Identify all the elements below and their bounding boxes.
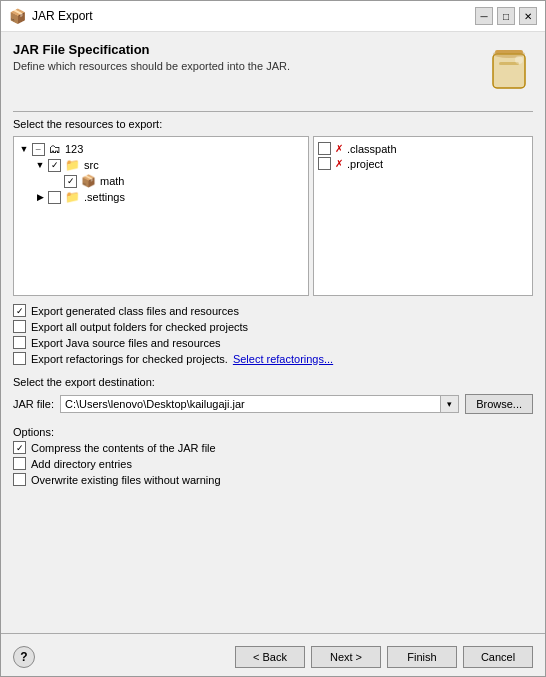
label-compress: Compress the contents of the JAR file <box>31 442 216 454</box>
next-button[interactable]: Next > <box>311 646 381 668</box>
checkbox-export-class[interactable] <box>13 304 26 317</box>
browse-button[interactable]: Browse... <box>465 394 533 414</box>
checkbox-root[interactable] <box>32 143 45 156</box>
footer: ? < Back Next > Finish Cancel <box>1 642 545 676</box>
option-row-export-class: Export generated class files and resourc… <box>13 304 533 317</box>
title-bar-controls: ─ □ ✕ <box>475 7 537 25</box>
expander-src[interactable]: ▼ <box>34 159 46 171</box>
jar-illustration <box>485 42 533 97</box>
option-row-add-dir: Add directory entries <box>13 457 533 470</box>
checkbox-export-output[interactable] <box>13 320 26 333</box>
tree-item-project[interactable]: ✗ .project <box>318 156 528 171</box>
header-text: JAR File Specification Define which reso… <box>13 42 475 72</box>
label-export-output: Export all output folders for checked pr… <box>31 321 248 333</box>
window-title: JAR Export <box>32 9 93 23</box>
checkbox-classpath[interactable] <box>318 142 331 155</box>
maximize-button[interactable]: □ <box>497 7 515 25</box>
close-button[interactable]: ✕ <box>519 7 537 25</box>
checkbox-src[interactable] <box>48 159 61 172</box>
options-label: Options: <box>13 426 533 438</box>
destination-section: Select the export destination: JAR file:… <box>13 376 533 418</box>
tree-label-math: math <box>100 175 124 187</box>
tree-label-src: src <box>84 159 99 171</box>
tree-item-math[interactable]: 📦 math <box>50 173 304 189</box>
checkbox-overwrite[interactable] <box>13 473 26 486</box>
checkbox-project[interactable] <box>318 157 331 170</box>
checkbox-settings[interactable] <box>48 191 61 204</box>
label-export-refactor: Export refactorings for checked projects… <box>31 353 228 365</box>
label-add-dir: Add directory entries <box>31 458 132 470</box>
expander-settings[interactable]: ▶ <box>34 191 46 203</box>
main-content: JAR File Specification Define which reso… <box>1 32 545 625</box>
folder-icon-settings: 📁 <box>65 190 80 204</box>
checkbox-export-refactor[interactable] <box>13 352 26 365</box>
option-row-export-refactor: Export refactorings for checked projects… <box>13 352 533 365</box>
destination-label: Select the export destination: <box>13 376 533 388</box>
folder-icon-src: 📁 <box>65 158 80 172</box>
tree-item-settings[interactable]: ▶ 📁 .settings <box>34 189 304 205</box>
checkbox-export-java[interactable] <box>13 336 26 349</box>
project-badge-icon: ✗ <box>335 158 343 169</box>
expander-root[interactable]: ▼ <box>18 143 30 155</box>
label-export-java: Export Java source files and resources <box>31 337 221 349</box>
help-button[interactable]: ? <box>13 646 35 668</box>
footer-separator <box>1 633 545 634</box>
tree-item-root[interactable]: ▼ 🗂 123 <box>18 141 304 157</box>
window-icon: 📦 <box>9 8 26 24</box>
tree-label-project: .project <box>347 158 383 170</box>
page-subtitle: Define which resources should be exporte… <box>13 60 475 72</box>
resources-label: Select the resources to export: <box>13 118 533 130</box>
tree-label-classpath: .classpath <box>347 143 397 155</box>
folder-icon-root: 🗂 <box>49 142 61 156</box>
jar-file-label: JAR file: <box>13 398 54 410</box>
select-refactorings-link[interactable]: Select refactorings... <box>233 353 333 365</box>
option-row-export-java: Export Java source files and resources <box>13 336 533 349</box>
export-options-section: Export generated class files and resourc… <box>13 304 533 368</box>
jar-export-window: 📦 JAR Export ─ □ ✕ JAR File Specificatio… <box>0 0 546 677</box>
option-row-export-output: Export all output folders for checked pr… <box>13 320 533 333</box>
title-bar-left: 📦 JAR Export <box>9 8 93 24</box>
back-button[interactable]: < Back <box>235 646 305 668</box>
jar-input-wrapper: ▾ <box>60 395 459 413</box>
option-row-compress: Compress the contents of the JAR file <box>13 441 533 454</box>
header-section: JAR File Specification Define which reso… <box>13 42 533 97</box>
header-separator <box>13 111 533 112</box>
tree-item-src[interactable]: ▼ 📁 src <box>34 157 304 173</box>
checkbox-compress[interactable] <box>13 441 26 454</box>
svg-point-5 <box>515 56 523 64</box>
tree-label-root: 123 <box>65 143 83 155</box>
options-section: Options: Compress the contents of the JA… <box>13 426 533 489</box>
page-title: JAR File Specification <box>13 42 475 57</box>
checkbox-math[interactable] <box>64 175 77 188</box>
classpath-badge-icon: ✗ <box>335 143 343 154</box>
left-tree-panel[interactable]: ▼ 🗂 123 ▼ 📁 src 📦 math <box>13 136 309 296</box>
minimize-button[interactable]: ─ <box>475 7 493 25</box>
title-bar: 📦 JAR Export ─ □ ✕ <box>1 1 545 32</box>
checkbox-add-dir[interactable] <box>13 457 26 470</box>
right-tree-panel[interactable]: ✗ .classpath ✗ .project <box>313 136 533 296</box>
label-overwrite: Overwrite existing files without warning <box>31 474 221 486</box>
cancel-button[interactable]: Cancel <box>463 646 533 668</box>
jar-file-input[interactable] <box>60 395 441 413</box>
finish-button[interactable]: Finish <box>387 646 457 668</box>
tree-item-classpath[interactable]: ✗ .classpath <box>318 141 528 156</box>
package-icon-math: 📦 <box>81 174 96 188</box>
label-export-class: Export generated class files and resourc… <box>31 305 239 317</box>
jar-file-dropdown[interactable]: ▾ <box>441 395 459 413</box>
footer-buttons: < Back Next > Finish Cancel <box>235 646 533 668</box>
tree-label-settings: .settings <box>84 191 125 203</box>
destination-row: JAR file: ▾ Browse... <box>13 394 533 414</box>
footer-left: ? <box>13 646 35 668</box>
trees-container: ▼ 🗂 123 ▼ 📁 src 📦 math <box>13 136 533 296</box>
option-row-overwrite: Overwrite existing files without warning <box>13 473 533 486</box>
